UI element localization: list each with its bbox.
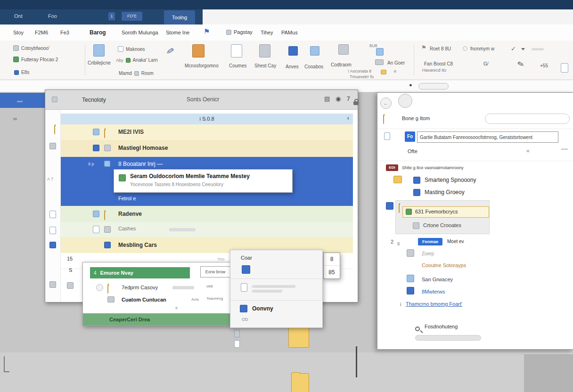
ribbon-button-e8s[interactable]: E8s: [14, 70, 29, 75]
lock-icon: [353, 101, 359, 105]
table-big-icon[interactable]: [192, 44, 205, 57]
menu-stome[interactable]: Stome Ine: [166, 30, 189, 35]
ribbon-button-codtraom[interactable]: Codtraom: [331, 62, 352, 67]
dialog-side-box[interactable]: Eorw brow: [200, 266, 230, 278]
zoom-plus-label[interactable]: +55: [540, 63, 548, 68]
color-swatch-icon[interactable]: [242, 265, 250, 274]
box-icon[interactable]: [375, 59, 384, 65]
blurred-control: [532, 48, 544, 50]
table-row[interactable]: Cashes: [61, 222, 353, 237]
columns-big-icon[interactable]: [231, 44, 242, 57]
ribbon-button-futteray[interactable]: Futteray Ffocao 2: [13, 57, 58, 62]
ribbon-button-an-goer[interactable]: An Goer: [387, 60, 405, 65]
record-dot-icon[interactable]: ●: [409, 82, 412, 88]
page-icon[interactable]: [561, 63, 568, 73]
list-item[interactable]: Masting Groeoy: [425, 189, 465, 196]
sheet-header[interactable]: i S.0.8 4: [61, 114, 353, 124]
menu-fe3[interactable]: Fe3: [60, 30, 69, 35]
ribbon-button-coumes[interactable]: Coumes: [229, 63, 246, 68]
dialog-header[interactable]: 4 Emuroe Nvay: [90, 267, 190, 278]
table-row[interactable]: Mastiegl Homoase: [61, 140, 353, 157]
ribbon-button-fan-boost[interactable]: Fan Boost C8: [424, 61, 453, 66]
window-bottom-icon[interactable]: [67, 282, 74, 289]
menu-barog[interactable]: Barog: [90, 29, 106, 36]
menu-stoy[interactable]: Stoy: [13, 30, 24, 35]
hover-row-label[interactable]: Crtone Crooates: [423, 222, 461, 228]
menu-f2m6[interactable]: F2M6: [35, 30, 48, 35]
zoerp-label[interactable]: Zoerp: [422, 251, 434, 256]
nav-circle-button[interactable]: [398, 94, 412, 108]
tab-toolng-active[interactable]: Toolng: [164, 10, 195, 24]
paste-big-icon[interactable]: [93, 44, 105, 57]
ribbon-button-fnonmym[interactable]: fnonmym w: [470, 46, 494, 51]
toolstrip-pill[interactable]: [418, 83, 449, 90]
flag-dropdown-icon[interactable]: ⚑: [204, 27, 210, 36]
tab-ont[interactable]: Ont: [14, 13, 23, 19]
rail-doc-icon[interactable]: [49, 227, 56, 234]
seven-flag-icon[interactable]: 7: [347, 96, 350, 102]
rail-doc-icon[interactable]: [49, 211, 56, 218]
anves-icon[interactable]: [288, 46, 298, 56]
tab-1[interactable]: 1: [108, 12, 115, 20]
sheet-big-icon[interactable]: [259, 44, 270, 57]
ribbon-button-mamd-rosm[interactable]: Mamd Rosm: [119, 71, 154, 76]
list-item[interactable]: 8Mwterws: [422, 289, 445, 294]
radio-icon[interactable]: [463, 46, 467, 51]
list-app-icon: [407, 287, 414, 294]
chevron-left-icon[interactable]: «: [526, 147, 530, 154]
dialog-row[interactable]: Cuatom Cuntucan Aote Tsaumrng: [83, 294, 232, 307]
check-icon[interactable]: ✓: [511, 45, 516, 52]
ofte-label[interactable]: Ofte: [408, 148, 417, 154]
feomae-badge[interactable]: Feomae: [418, 238, 442, 245]
pagstay-icon: [226, 30, 231, 35]
ribbon-label-tmuevetrr[interactable]: Tmuevetrr fo: [350, 74, 374, 79]
codtraom-icon[interactable]: [338, 44, 349, 55]
ribbon-button-anaka[interactable]: Aby Anaka' Larn: [116, 57, 158, 63]
tab-foe[interactable]: FO'E: [122, 12, 142, 21]
rail-blue-icon[interactable]: [49, 242, 56, 248]
eye-icon[interactable]: ◉: [336, 95, 341, 102]
minimize-dash-icon[interactable]: —: [561, 145, 568, 152]
dialog-row[interactable]: 7edprm Casovy o68: [83, 282, 232, 294]
ribbon-label-aoconata[interactable]: ! Aoconata 8: [348, 69, 371, 74]
menu-soroth[interactable]: Soroth Mulunga: [122, 30, 158, 35]
search-result-label[interactable]: Fosdnohuteng: [425, 324, 458, 329]
dropdown-item[interactable]: [230, 281, 322, 297]
rail-box-icon[interactable]: [49, 143, 56, 149]
list-app-icon: [407, 275, 414, 282]
cooabos-icon[interactable]: [310, 46, 319, 56]
rail-box-icon[interactable]: [49, 281, 56, 288]
angoer-icon[interactable]: [376, 48, 384, 56]
spinbox[interactable]: 8 85: [323, 253, 340, 279]
menu-tihey[interactable]: Tihey: [261, 30, 273, 35]
table-row[interactable]: Radenve: [61, 206, 353, 222]
dropdown-item[interactable]: Oonvny: [230, 303, 322, 317]
address-prefix-tile[interactable]: Fo: [405, 131, 415, 142]
ribbon-button-mcnosforgomno[interactable]: Mcnosforgomno: [185, 63, 219, 68]
hyperlink[interactable]: Thamcrno bmomg Foart': [406, 301, 462, 307]
highlight-box[interactable]: 631 Fvemorbcrycs: [402, 206, 489, 218]
ribbon-button-cribilejicne[interactable]: Cribilejicne: [88, 60, 111, 65]
rail-folder-icon[interactable]: [54, 125, 55, 134]
orange-link[interactable]: Cooutne Sotorayps: [422, 262, 466, 268]
grid-view-icon[interactable]: ▤: [324, 95, 330, 102]
table-row[interactable]: ME2I IVIS: [61, 124, 353, 140]
ribbon-button-anves[interactable]: Anves: [286, 64, 299, 69]
list-item[interactable]: San Grwacey: [422, 277, 453, 282]
menu-pagstay[interactable]: Pagstay: [226, 29, 253, 35]
ribbon-button-cooabos[interactable]: Cooabos: [304, 64, 323, 69]
ribbon-button-shest-cay[interactable]: Shest Cay: [254, 63, 276, 68]
dialog-footer[interactable]: CeaperCerl Drea: [83, 313, 231, 326]
ribbon-button-roet[interactable]: Roet 8 8U: [430, 46, 451, 51]
tab-foo[interactable]: Foo: [48, 13, 57, 19]
chevron-down-icon[interactable]: [521, 48, 525, 50]
ribbon-button-maknoes[interactable]: Maknoes: [118, 46, 145, 52]
back-button[interactable]: ←: [380, 98, 392, 109]
address-input[interactable]: Gartie Butatam Fanreoosoocfotrnrog, Gera…: [417, 131, 558, 143]
scrollbar-line[interactable]: [356, 346, 357, 377]
list-item[interactable]: Smarteng Spnooony: [425, 177, 476, 183]
window-menu-icon[interactable]: [52, 97, 57, 102]
menu-pamus[interactable]: PAMus: [281, 30, 298, 35]
search-input[interactable]: [485, 114, 570, 124]
ribbon-button-cotoybfwooo[interactable]: Cotoybfwooo': [13, 45, 49, 51]
